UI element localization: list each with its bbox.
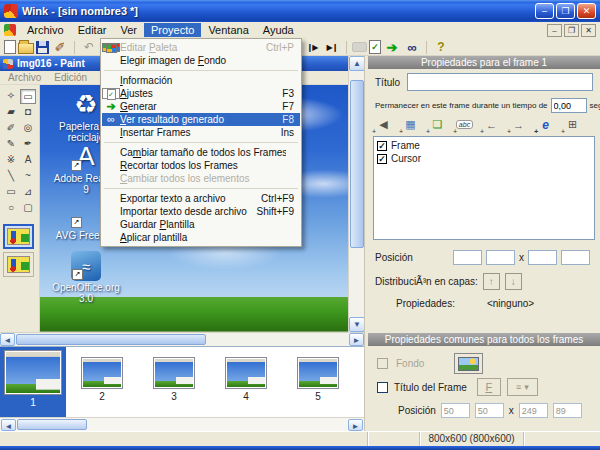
position-input[interactable] bbox=[441, 403, 470, 418]
fill-tool-icon[interactable]: ◘ bbox=[20, 105, 36, 120]
undo-icon[interactable]: ↶ bbox=[80, 39, 98, 55]
frame-slot-6[interactable]: 6 bbox=[354, 347, 364, 417]
fondo-checkbox[interactable] bbox=[377, 358, 388, 369]
add-goto-url-icon[interactable]: e bbox=[535, 116, 556, 133]
font-button[interactable]: F bbox=[477, 378, 501, 396]
menu-item-ver-resultado-generado[interactable]: ∞Ver resultado generadoF8 bbox=[102, 113, 300, 126]
open-file-icon[interactable] bbox=[18, 43, 34, 54]
pencil-tool-icon[interactable]: ✎ bbox=[3, 137, 19, 152]
line-tool-icon[interactable]: ╲ bbox=[3, 169, 19, 184]
filmstrip-scroll-thumb[interactable] bbox=[17, 419, 87, 430]
menu-item-recortar-todos-los-frames[interactable]: Recortar todos los Frames bbox=[102, 159, 300, 172]
menu-item-cambiar-todos-los-elementos[interactable]: Cambiar todos los elementos bbox=[102, 172, 300, 185]
horizontal-scroll-thumb[interactable] bbox=[16, 334, 206, 345]
filmstrip-scroll-right-icon[interactable]: ► bbox=[348, 419, 363, 431]
menu-item-generar[interactable]: ➔GenerarF7 bbox=[102, 100, 300, 113]
element-row-frame[interactable]: ✓Frame bbox=[377, 139, 591, 152]
build-icon[interactable]: ➔ bbox=[383, 39, 401, 55]
position-input[interactable] bbox=[528, 250, 557, 265]
add-goto-frame-icon[interactable]: ⊞ bbox=[562, 116, 583, 133]
menu-item-ajustes[interactable]: ✓AjustesF3 bbox=[102, 87, 300, 100]
layer-down-button[interactable]: ↓ bbox=[505, 273, 522, 290]
tool-option-2[interactable] bbox=[3, 252, 34, 277]
position-input[interactable] bbox=[553, 403, 582, 418]
menu-ventana[interactable]: Ventana bbox=[201, 23, 255, 37]
render-edit-icon[interactable]: ✐ bbox=[51, 39, 69, 55]
frame-elements-list[interactable]: ✓Frame✓Cursor bbox=[373, 136, 595, 240]
position-input[interactable] bbox=[519, 403, 548, 418]
frame-thumbnail[interactable] bbox=[4, 350, 62, 395]
settings-icon[interactable]: ✓ bbox=[369, 40, 381, 54]
add-textbox-icon[interactable]: abc bbox=[454, 116, 475, 133]
menu-item-elegir-imagen-de-fondo[interactable]: Elegir imagen de Fondo bbox=[102, 54, 300, 67]
frame-slot-1[interactable]: 1 bbox=[0, 347, 66, 417]
titulo-frame-checkbox[interactable] bbox=[377, 382, 388, 393]
new-file-icon[interactable] bbox=[4, 40, 16, 54]
position-input[interactable] bbox=[475, 403, 504, 418]
vertical-scroll-thumb[interactable] bbox=[350, 80, 364, 248]
menu-ayuda[interactable]: Ayuda bbox=[256, 23, 301, 37]
position-input[interactable] bbox=[486, 250, 515, 265]
rounded-rect-tool-icon[interactable]: ▢ bbox=[20, 201, 36, 216]
menu-archivo[interactable]: Archivo bbox=[20, 23, 71, 37]
add-image-icon[interactable]: ▦ bbox=[400, 116, 421, 133]
filmstrip-scrollbar[interactable]: ◄ ► bbox=[0, 417, 364, 431]
filmstrip-scroll-left-icon[interactable]: ◄ bbox=[1, 419, 16, 431]
airbrush-tool-icon[interactable]: ※ bbox=[3, 153, 19, 168]
close-button[interactable]: ✕ bbox=[577, 3, 596, 19]
menu-proyecto[interactable]: Proyecto bbox=[144, 23, 201, 37]
step-next-icon[interactable]: ❙▶ bbox=[303, 39, 321, 55]
position-input[interactable] bbox=[561, 250, 590, 265]
add-goto-next-icon[interactable]: → bbox=[508, 116, 529, 133]
mdi-minimize-button[interactable]: – bbox=[547, 24, 562, 37]
frame-slot-2[interactable]: 2 bbox=[66, 347, 138, 417]
step-last-icon[interactable]: ▶❙ bbox=[323, 39, 341, 55]
eyedropper-tool-icon[interactable]: ✐ bbox=[3, 121, 19, 136]
ellipse-tool-icon[interactable]: ○ bbox=[3, 201, 19, 216]
mdi-restore-button[interactable]: ❐ bbox=[564, 24, 579, 37]
magnifier-tool-icon[interactable]: ◎ bbox=[20, 121, 36, 136]
titulo-input[interactable] bbox=[407, 73, 593, 91]
minimize-button[interactable]: – bbox=[535, 3, 554, 19]
editor-horizontal-scrollbar[interactable]: ◄ ► bbox=[0, 332, 364, 346]
desktop-icon-openoffice-org-3-0[interactable]: ≈OpenOffice.org3.0 bbox=[44, 251, 128, 304]
menu-item-cambiar-tama-o-de-todos-los-frames[interactable]: Cambiar tamaño de todos los Frames bbox=[102, 146, 300, 159]
scroll-up-icon[interactable]: ▲ bbox=[349, 56, 365, 71]
scroll-left-icon[interactable]: ◄ bbox=[0, 333, 15, 346]
element-row-cursor[interactable]: ✓Cursor bbox=[377, 152, 591, 165]
layer-up-button[interactable]: ↑ bbox=[483, 273, 500, 290]
menu-item-guardar-plantilla[interactable]: Guardar Plantilla bbox=[102, 218, 300, 231]
menu-item-informaci-n[interactable]: Información bbox=[102, 74, 300, 87]
rectangle-tool-icon[interactable]: ▭ bbox=[3, 185, 19, 200]
fondo-image-button[interactable] bbox=[454, 353, 483, 374]
add-audio-icon[interactable]: ◀ bbox=[373, 116, 394, 133]
menu-item-importar-texto-desde-archivo[interactable]: Importar texto desde archivoShift+F9 bbox=[102, 205, 300, 218]
frame-thumbnail[interactable] bbox=[225, 357, 267, 389]
menu-item-aplicar-plantilla[interactable]: Aplicar plantilla bbox=[102, 231, 300, 244]
frame-slot-4[interactable]: 4 bbox=[210, 347, 282, 417]
add-shape-icon[interactable]: ❏ bbox=[427, 116, 448, 133]
frame-thumbnail[interactable] bbox=[153, 357, 195, 389]
restore-button[interactable]: ❐ bbox=[556, 3, 575, 19]
help-icon[interactable]: ? bbox=[432, 39, 450, 55]
paint-menu-edici-n[interactable]: Edición bbox=[54, 72, 87, 83]
tool-option-1[interactable] bbox=[3, 224, 34, 249]
freeform-select-tool-icon[interactable]: ✧ bbox=[3, 89, 19, 104]
menu-ver[interactable]: Ver bbox=[113, 23, 144, 37]
mdi-close-button[interactable]: ✕ bbox=[581, 24, 596, 37]
frame-slot-5[interactable]: 5 bbox=[282, 347, 354, 417]
view-rendered-icon[interactable]: ∞ bbox=[403, 39, 421, 55]
editor-vertical-scrollbar[interactable]: ▲ ▼ bbox=[348, 56, 364, 332]
frame-thumbnail[interactable] bbox=[297, 357, 339, 389]
menu-item-editar-paleta[interactable]: Editar PaletaCtrl+P bbox=[102, 41, 300, 54]
frame-slot-3[interactable]: 3 bbox=[138, 347, 210, 417]
menu-item-insertar-frames[interactable]: Insertar FramesIns bbox=[102, 126, 300, 139]
align-dropdown-button[interactable]: ≡ ▾ bbox=[507, 378, 538, 396]
frame-thumbnail[interactable] bbox=[81, 357, 123, 389]
paint-menu-archivo[interactable]: Archivo bbox=[8, 72, 41, 83]
save-file-icon[interactable] bbox=[36, 41, 49, 54]
polygon-tool-icon[interactable]: ⊿ bbox=[20, 185, 36, 200]
checkbox-icon[interactable]: ✓ bbox=[377, 154, 387, 164]
menu-editar[interactable]: Editar bbox=[71, 23, 114, 37]
select-tool-icon[interactable]: ▭ bbox=[20, 89, 36, 104]
